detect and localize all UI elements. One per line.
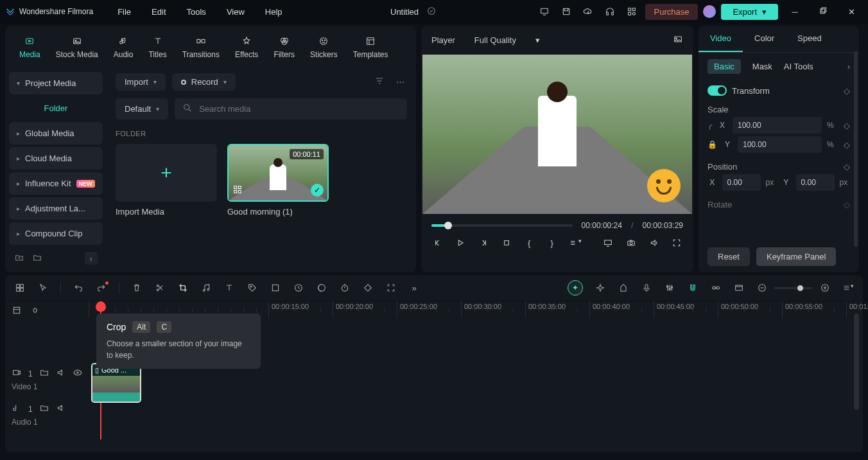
inspector-scrollbar[interactable] — [854, 51, 858, 247]
text-icon[interactable] — [223, 283, 235, 293]
tab-titles[interactable]: Titles — [142, 31, 173, 63]
layout-icon[interactable] — [14, 283, 26, 293]
tab-media[interactable]: Media — [13, 31, 47, 63]
record-button[interactable]: Record▾ — [172, 73, 236, 91]
keyframe-diamond-icon[interactable]: ◇ — [844, 121, 850, 130]
audio-track-header[interactable]: 1 — [12, 400, 82, 418]
seek-bar[interactable]: 00:00:00:24 / 00:00:03:29 — [431, 220, 683, 230]
keyframe-diamond-icon[interactable]: ◇ — [844, 140, 850, 150]
keyframe-diamond-icon[interactable]: ◇ — [844, 162, 850, 172]
marker-icon[interactable] — [618, 283, 629, 293]
sidebar-project-media[interactable]: ▾Project Media — [9, 72, 103, 94]
close-button[interactable]: ✕ — [840, 0, 863, 23]
mute-icon[interactable] — [56, 367, 66, 380]
mark-out-button[interactable]: } — [546, 238, 559, 248]
mute-icon[interactable] — [56, 403, 66, 415]
timeline-scrollbar[interactable] — [854, 314, 859, 410]
zoom-slider[interactable] — [774, 287, 813, 289]
cursor-icon[interactable] — [37, 283, 49, 293]
sort-dropdown[interactable]: Default▾ — [116, 98, 168, 119]
play-button[interactable] — [455, 238, 467, 248]
delete-icon[interactable] — [131, 283, 143, 293]
reset-button[interactable]: Reset — [707, 247, 750, 266]
speed-icon[interactable] — [293, 283, 304, 293]
maximize-button[interactable] — [812, 0, 835, 23]
transform-toggle[interactable] — [707, 85, 727, 96]
keyframe-diamond-icon[interactable]: ◇ — [844, 86, 850, 96]
crop-ratio-icon[interactable] — [270, 283, 281, 293]
sidebar-global-media[interactable]: ▸Global Media — [9, 122, 103, 145]
sidebar-compound-clip[interactable]: ▸Compound Clip — [9, 222, 103, 245]
tab-templates[interactable]: Templates — [347, 31, 395, 63]
track-view-icon[interactable]: ▾ — [842, 283, 854, 293]
sidebar-influence-kit[interactable]: ▸Influence KitNEW — [9, 172, 103, 195]
stop-button[interactable] — [500, 238, 513, 248]
menu-view[interactable]: View — [218, 3, 254, 21]
keyframe-diamond-icon[interactable]: ◇ — [844, 200, 850, 209]
timer-icon[interactable] — [339, 283, 351, 293]
render-icon[interactable] — [733, 283, 745, 293]
display-icon[interactable] — [602, 238, 615, 248]
folder-icon[interactable] — [32, 252, 42, 265]
redo-icon[interactable] — [96, 283, 107, 293]
purchase-button[interactable]: Purchase — [645, 4, 699, 20]
keyframe-panel-button[interactable]: Keyframe Panel — [756, 247, 837, 266]
sparkle-icon[interactable] — [595, 283, 606, 293]
inspector-tab-video[interactable]: Video — [699, 26, 743, 52]
user-avatar[interactable] — [703, 5, 716, 18]
playback-options-icon[interactable]: ▾ — [569, 238, 582, 248]
timeline-clip[interactable]: ▯Good ... — [91, 363, 141, 403]
export-button[interactable]: Export▾ — [721, 4, 778, 20]
quality-dropdown[interactable]: Full Quality▾ — [468, 32, 546, 48]
subtab-basic[interactable]: Basic — [707, 59, 741, 74]
apps-icon[interactable] — [623, 3, 640, 20]
subtab-ai-tools[interactable]: AI Tools — [784, 62, 813, 71]
magnet-icon[interactable] — [687, 283, 699, 293]
media-clip-tile[interactable]: 00:00:11 ✓ Good morning (1) — [227, 144, 329, 217]
camera-icon[interactable] — [625, 238, 638, 248]
new-folder-icon[interactable] — [14, 252, 24, 265]
split-icon[interactable] — [154, 283, 166, 293]
cloud-download-icon[interactable] — [580, 3, 596, 20]
next-frame-button[interactable] — [477, 238, 490, 248]
sidebar-adjustment-layer[interactable]: ▸Adjustment La... — [9, 197, 103, 220]
subtab-more-icon[interactable]: › — [847, 62, 850, 71]
folder-icon[interactable] — [39, 367, 49, 380]
auto-ripple-icon[interactable] — [31, 305, 41, 317]
mixer-icon[interactable] — [664, 283, 675, 293]
undo-icon[interactable] — [73, 283, 84, 293]
filter-icon[interactable] — [372, 73, 387, 91]
tab-transitions[interactable]: Transitions — [176, 31, 226, 63]
color-icon[interactable] — [316, 283, 327, 293]
tab-audio[interactable]: Audio — [107, 31, 140, 63]
fullscreen-icon[interactable] — [670, 238, 683, 248]
tab-effects[interactable]: Effects — [229, 31, 265, 63]
menu-file[interactable]: File — [108, 3, 140, 21]
position-y-input[interactable] — [796, 174, 835, 191]
snapshot-icon[interactable] — [673, 34, 683, 46]
crop-icon[interactable] — [177, 283, 189, 293]
seek-thumb[interactable] — [444, 222, 452, 229]
cloud-sync-icon[interactable] — [426, 6, 437, 18]
position-x-input[interactable] — [722, 174, 761, 191]
sidebar-cloud-media[interactable]: ▸Cloud Media — [9, 147, 103, 170]
scale-x-input[interactable] — [733, 117, 822, 134]
menu-help[interactable]: Help — [256, 3, 291, 21]
scale-y-input[interactable] — [738, 136, 822, 153]
save-icon[interactable] — [558, 3, 575, 20]
zoom-out-icon[interactable] — [756, 283, 768, 293]
tag-icon[interactable] — [247, 283, 258, 293]
focus-icon[interactable] — [385, 283, 397, 293]
visibility-icon[interactable] — [73, 367, 83, 380]
video-track-header[interactable]: 1 — [12, 365, 82, 382]
menu-tools[interactable]: Tools — [178, 3, 215, 21]
tab-stickers[interactable]: Stickers — [304, 31, 344, 63]
tab-filters[interactable]: Filters — [267, 31, 301, 63]
volume-icon[interactable] — [648, 238, 661, 248]
subtab-mask[interactable]: Mask — [752, 62, 772, 71]
ai-button[interactable]: ✦ — [568, 280, 583, 296]
keyframe-icon[interactable] — [362, 283, 374, 293]
more-icon[interactable]: ⋯ — [394, 75, 407, 89]
folder-icon[interactable] — [39, 403, 49, 415]
import-button[interactable]: Import▾ — [116, 73, 166, 91]
